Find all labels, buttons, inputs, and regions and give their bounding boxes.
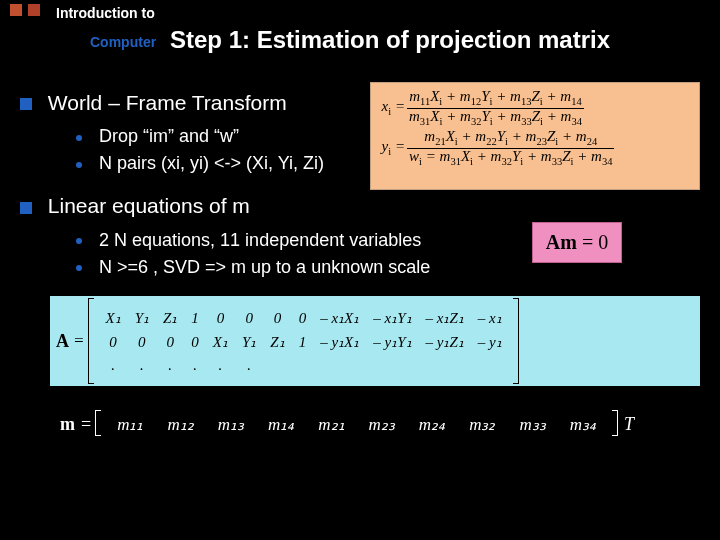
course-line2: Computer [90,34,156,50]
matrix-cell [292,354,314,377]
y-denominator: wi = m31Xi + m32Yi + m33Zi + m34 [407,148,614,168]
x-numerator: m11Xi + m12Yi + m13Zi + m14 [407,89,584,108]
matrix-cell: – x₁Y₁ [366,306,418,330]
matrix-cell: X₁ [98,306,127,330]
section1-item-1: N pairs (xi, yi) <-> (Xi, Yi, Zi) [99,153,324,173]
vector-cell: m₂₁ [306,410,356,439]
matrix-cell [263,354,291,377]
section2-item-0: 2 N equations, 11 independent variables [99,230,421,250]
matrix-cell: . [128,354,156,377]
dot-bullet-icon [76,162,82,168]
logo-icon [10,4,50,24]
matrix-cell: – y₁Y₁ [366,330,418,354]
matrix-cell: Y₁ [235,330,263,354]
vector-cell: m₂₄ [407,410,457,439]
slide-title: Step 1: Estimation of projection matrix [170,26,610,54]
matrix-cell [313,354,366,377]
matrix-cell: 0 [98,330,127,354]
section1-title: World – Frame Transform [48,91,287,114]
matrix-cell: . [156,354,184,377]
matrix-cell: 1 [184,306,206,330]
projection-equations: xi = m11Xi + m12Yi + m13Zi + m14 m31Xi +… [370,82,700,190]
matrix-a: A = X₁Y₁Z₁10000– x₁X₁– x₁Y₁– x₁Z₁– x₁000… [50,296,700,386]
section2-item-1: N >=6 , SVD => m up to a unknown scale [99,257,430,277]
vector-m: m = m₁₁m₁₂m₁₃m₁₄m₂₁m₂₃m₂₄m₃₂m₃₃m₃₄ T [60,410,680,439]
eq-row-y: yi = m21Xi + m22Yi + m23Zi + m24 wi = m3… [377,129,693,167]
dot-bullet-icon [76,135,82,141]
dot-bullet-icon [76,238,82,244]
slide-header: Introduction to Computer Step 1: Estimat… [0,0,720,70]
vector-cell: m₃₄ [558,410,608,439]
vector-cell: m₂₃ [357,410,407,439]
dot-bullet-icon [76,265,82,271]
matrix-cell: . [98,354,127,377]
matrix-cell: 0 [235,306,263,330]
matrix-cell: Y₁ [128,306,156,330]
matrix-cell: – x₁X₁ [313,306,366,330]
matrix-cell: – x₁Z₁ [419,306,471,330]
vector-cell: m₁₃ [206,410,256,439]
matrix-cell: 1 [292,330,314,354]
matrix-cell: – x₁ [471,306,509,330]
section2-title: Linear equations of m [48,194,250,217]
matrix-cell [419,354,471,377]
vector-cell: m₃₂ [457,410,507,439]
matrix-cell: – y₁X₁ [313,330,366,354]
matrix-cell: 0 [184,330,206,354]
vector-cell: m₁₄ [256,410,306,439]
vector-cell: m₁₂ [155,410,205,439]
square-bullet-icon [20,202,32,214]
matrix-cell: . [206,354,235,377]
matrix-cell: 0 [263,306,291,330]
matrix-cell: X₁ [206,330,235,354]
matrix-cell: 0 [206,306,235,330]
course-line1: Introduction to [56,5,155,21]
matrix-cell: – y₁ [471,330,509,354]
square-bullet-icon [20,98,32,110]
matrix-cell [366,354,418,377]
y-numerator: m21Xi + m22Yi + m23Zi + m24 [407,129,614,148]
matrix-cell: . [184,354,206,377]
vector-cell: m₃₃ [507,410,557,439]
eq-row-x: xi = m11Xi + m12Yi + m13Zi + m14 m31Xi +… [377,89,693,127]
vector-cell: m₁₁ [105,410,155,439]
matrix-cell: Z₁ [156,306,184,330]
matrix-cell [471,354,509,377]
matrix-cell: . [235,354,263,377]
section1-item-0: Drop “im” and “w” [99,126,239,146]
bullet-linear-eq: Linear equations of m [20,191,710,220]
matrix-cell: 0 [156,330,184,354]
matrix-cell: Z₁ [263,330,291,354]
matrix-cell: 0 [292,306,314,330]
matrix-cell: – y₁Z₁ [419,330,471,354]
x-denominator: m31Xi + m32Yi + m33Zi + m34 [407,108,584,128]
am-zero-equation: Am = 0 [532,222,622,263]
matrix-cell: 0 [128,330,156,354]
